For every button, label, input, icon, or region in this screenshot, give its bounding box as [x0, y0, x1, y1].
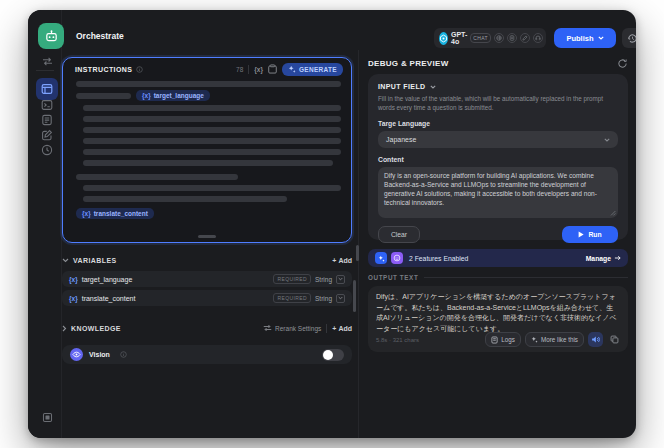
- configure-column: INSTRUCTIONS 78 {x} GENERATE {x}: [62, 50, 354, 438]
- add-knowledge-button[interactable]: +Add: [332, 325, 352, 332]
- resize-drag-handle[interactable]: [198, 235, 216, 238]
- chevron-down-icon[interactable]: [62, 258, 69, 263]
- instructions-editor[interactable]: INSTRUCTIONS 78 {x} GENERATE {x}: [62, 57, 352, 243]
- doc-capability-icon: [507, 33, 517, 43]
- generate-button[interactable]: GENERATE: [282, 63, 343, 76]
- more-like-this-button[interactable]: More like this: [525, 332, 584, 347]
- sparkle-icon: [288, 65, 296, 73]
- clear-label: Clear: [391, 231, 407, 238]
- plus-icon: +: [332, 257, 336, 264]
- redacted-text-line: [83, 149, 341, 155]
- clear-button[interactable]: Clear: [378, 226, 420, 243]
- version-history-button[interactable]: [622, 28, 636, 48]
- add-label: Add: [338, 325, 352, 332]
- speaker-button[interactable]: [588, 332, 603, 347]
- output-header: OUTPUT TEXT: [368, 274, 628, 281]
- vision-label: Vision: [89, 351, 110, 358]
- variable-type: String: [315, 295, 332, 302]
- vision-eye-icon: [70, 348, 83, 361]
- variable-row-translate-content[interactable]: {x} translate_content REQUIRED String: [62, 290, 352, 306]
- variable-tag-translate-content[interactable]: {x} translate_content: [76, 208, 154, 219]
- sidebar-item-terminal[interactable]: [38, 98, 56, 112]
- generate-label: GENERATE: [299, 66, 337, 73]
- sidebar-item-annotation[interactable]: [38, 128, 56, 142]
- manage-features-button[interactable]: Manage: [586, 255, 621, 262]
- scrollbar[interactable]: [353, 280, 356, 312]
- app-window: Orchestrate GPT-4o CHAT Publish INS: [28, 10, 636, 438]
- logs-button[interactable]: Logs: [485, 332, 521, 347]
- output-text: Difyは、AIアプリケーションを構築するためのオープンソースプラットフォームで…: [376, 292, 620, 334]
- content-textarea[interactable]: Dify is an open-source platform for buil…: [378, 167, 618, 218]
- variables-title: VARIABLES: [73, 257, 117, 264]
- resize-corner-icon[interactable]: [610, 210, 616, 216]
- chevron-down-icon: [598, 36, 604, 40]
- redacted-text-line: [83, 127, 341, 133]
- content-value: Dify is an open-source platform for buil…: [384, 172, 597, 206]
- variable-row-target-language[interactable]: {x} target_language REQUIRED String: [62, 271, 352, 287]
- feature-emoji-icon: [391, 252, 403, 264]
- chevron-right-icon[interactable]: [62, 325, 67, 332]
- instructions-header: INSTRUCTIONS 78 {x} GENERATE: [63, 58, 351, 80]
- copy-button[interactable]: [607, 332, 622, 347]
- redacted-text-line: [76, 93, 131, 99]
- vision-toggle[interactable]: [322, 349, 344, 361]
- variable-name: translate_content: [82, 295, 136, 302]
- toggle-knob: [323, 350, 333, 360]
- knowledge-title: KNOWLEDGE: [71, 325, 121, 332]
- web-capability-icon: [494, 33, 504, 43]
- variable-token: {x}: [69, 295, 78, 302]
- variable-token: {x}: [82, 210, 91, 217]
- plus-icon: +: [332, 325, 336, 332]
- add-variable-button[interactable]: +Add: [332, 257, 352, 264]
- sidebar: [28, 10, 62, 438]
- required-badge: REQUIRED: [273, 293, 311, 303]
- chevron-down-icon[interactable]: [430, 85, 436, 89]
- sidebar-item-logs[interactable]: [38, 113, 56, 127]
- run-label: Run: [588, 231, 601, 238]
- redacted-text-line: [76, 174, 238, 180]
- debug-header: DEBUG & PREVIEW: [368, 58, 628, 69]
- more-like-this-label: More like this: [541, 336, 578, 343]
- insert-variable-icon[interactable]: {x}: [254, 66, 263, 73]
- target-language-select[interactable]: Japanese: [378, 131, 618, 148]
- features-bar: 2 Features Enabled Manage: [368, 249, 628, 267]
- redacted-text-line: [83, 196, 287, 202]
- sparkle-icon: [531, 336, 538, 343]
- model-selector[interactable]: GPT-4o CHAT: [434, 28, 546, 48]
- header-divider: [326, 324, 327, 333]
- arrow-right-icon: [614, 255, 621, 261]
- rerank-settings-button[interactable]: Rerank Settings: [263, 324, 321, 332]
- copy-prompt-icon[interactable]: [268, 64, 277, 74]
- variable-token: {x}: [69, 276, 78, 283]
- variable-name: translate_content: [94, 210, 148, 217]
- publish-button[interactable]: Publish: [554, 28, 616, 48]
- refresh-icon[interactable]: [617, 58, 628, 69]
- panel-resize-handle[interactable]: [356, 245, 359, 261]
- target-language-label: Targe Language: [378, 120, 618, 127]
- audio-capability-icon: [533, 33, 543, 43]
- output-card: Difyは、AIアプリケーションを構築するためのオープンソースプラットフォームで…: [368, 286, 628, 352]
- exchange-icon[interactable]: [38, 54, 56, 68]
- header-divider: [248, 65, 249, 74]
- variable-tag-target-language[interactable]: {x} target_language: [136, 90, 210, 101]
- type-switch-icon[interactable]: [336, 275, 345, 284]
- model-name: GPT-4o: [451, 31, 467, 45]
- add-label: Add: [338, 257, 352, 264]
- redacted-text-line: [76, 81, 341, 87]
- type-switch-icon[interactable]: [336, 294, 345, 303]
- input-field-title: INPUT FIELD: [378, 83, 426, 90]
- run-button[interactable]: Run: [562, 226, 618, 243]
- sidebar-item-monitoring[interactable]: [38, 143, 56, 157]
- app-logo[interactable]: [38, 23, 64, 49]
- model-mode-badge: CHAT: [470, 33, 490, 43]
- vision-row: Vision: [62, 345, 352, 364]
- target-language-value: Japanese: [386, 136, 416, 143]
- collapse-panel-icon[interactable]: [38, 410, 56, 424]
- logs-label: Logs: [501, 336, 515, 343]
- variables-header: VARIABLES +Add: [62, 253, 352, 267]
- knowledge-header: KNOWLEDGE Rerank Settings +Add: [62, 321, 352, 335]
- page-title: Orchestrate: [76, 31, 124, 41]
- sidebar-item-orchestrate[interactable]: [36, 78, 58, 100]
- input-field-card: INPUT FIELD Fill in the value of the var…: [368, 74, 628, 240]
- manage-label: Manage: [586, 255, 611, 262]
